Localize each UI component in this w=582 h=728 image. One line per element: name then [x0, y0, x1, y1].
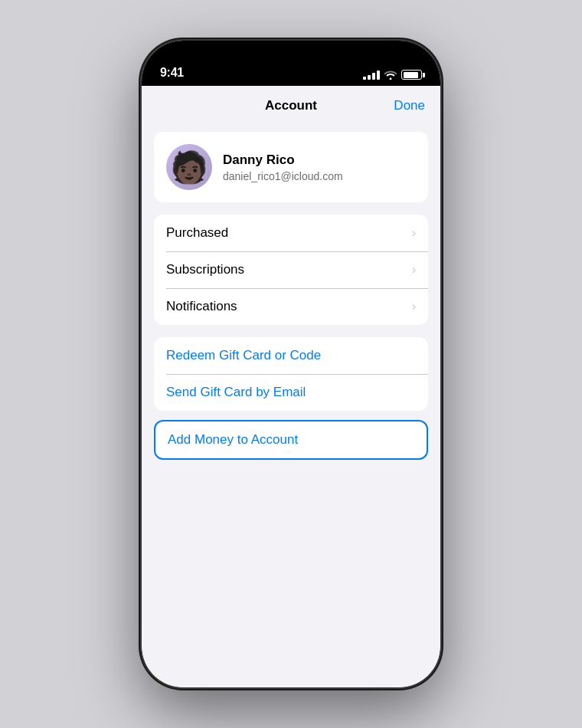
menu-item-label: Notifications	[166, 299, 237, 314]
chevron-icon: ›	[412, 263, 416, 277]
screen-content: Account Done 🧑🏿 Danny Rico daniel_rico1@…	[142, 86, 440, 687]
status-icons	[363, 70, 422, 80]
signal-bar-3	[372, 73, 375, 80]
action-item-redeem[interactable]: Redeem Gift Card or Code	[154, 337, 428, 374]
avatar-emoji: 🧑🏿	[170, 152, 208, 182]
chevron-icon: ›	[412, 300, 416, 313]
highlighted-section: Add Money to Account	[154, 420, 428, 460]
menu-section: Purchased › Subscriptions › Notification…	[154, 215, 428, 325]
profile-info: Danny Rico daniel_rico1@icloud.com	[223, 152, 343, 182]
profile-card[interactable]: 🧑🏿 Danny Rico daniel_rico1@icloud.com	[154, 132, 428, 202]
menu-card: Purchased › Subscriptions › Notification…	[154, 215, 428, 325]
action-item-send-gift[interactable]: Send Gift Card by Email	[154, 374, 428, 411]
profile-section: 🧑🏿 Danny Rico daniel_rico1@icloud.com	[154, 132, 428, 202]
phone-frame: 9:41	[142, 41, 440, 687]
chevron-icon: ›	[412, 226, 416, 240]
action-label: Redeem Gift Card or Code	[166, 348, 321, 363]
profile-email: daniel_rico1@icloud.com	[223, 170, 343, 182]
profile-name: Danny Rico	[223, 152, 343, 168]
dynamic-island	[245, 50, 337, 76]
add-money-button[interactable]: Add Money to Account	[154, 420, 428, 460]
menu-item-label: Subscriptions	[166, 262, 244, 277]
status-bar: 9:41	[142, 41, 440, 86]
signal-bar-4	[377, 71, 380, 80]
phone-screen: 9:41	[142, 41, 440, 687]
avatar: 🧑🏿	[166, 144, 212, 190]
wifi-icon	[384, 71, 397, 80]
signal-bar-2	[368, 75, 371, 80]
actions-card: Redeem Gift Card or Code Send Gift Card …	[154, 337, 428, 411]
signal-icon	[363, 71, 380, 80]
actions-section: Redeem Gift Card or Code Send Gift Card …	[154, 337, 428, 411]
battery-icon	[401, 70, 422, 80]
menu-item-label: Purchased	[166, 225, 228, 241]
done-button[interactable]: Done	[394, 98, 425, 113]
status-time: 9:41	[160, 66, 184, 80]
menu-item-subscriptions[interactable]: Subscriptions ›	[154, 251, 428, 288]
action-label: Send Gift Card by Email	[166, 385, 306, 400]
navigation-bar: Account Done	[142, 86, 440, 120]
menu-item-notifications[interactable]: Notifications ›	[154, 288, 428, 325]
battery-fill	[404, 72, 419, 78]
nav-title: Account	[265, 98, 317, 113]
menu-item-purchased[interactable]: Purchased ›	[154, 215, 428, 251]
add-money-label: Add Money to Account	[168, 432, 298, 447]
signal-bar-1	[363, 77, 366, 80]
